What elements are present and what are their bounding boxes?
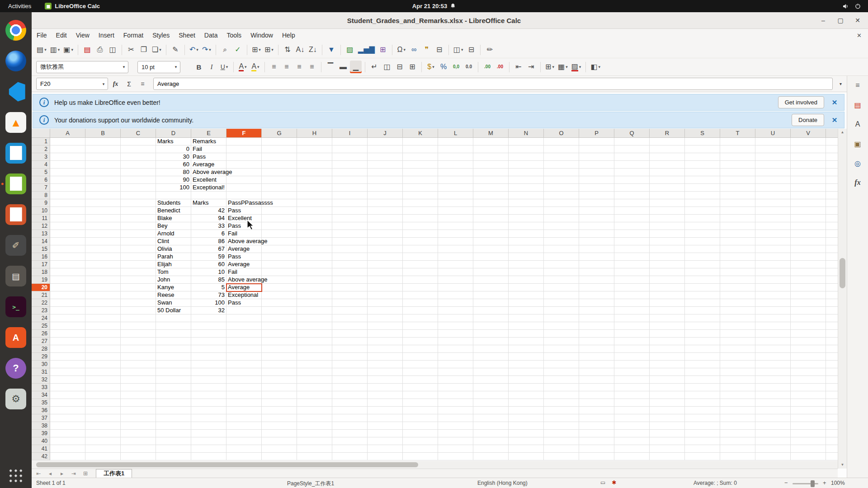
cell-M28[interactable] (473, 345, 509, 353)
cell-L39[interactable] (438, 430, 473, 437)
cell-R24[interactable] (650, 314, 685, 322)
menu-insert[interactable]: Insert (94, 30, 118, 40)
cell-K28[interactable] (403, 345, 438, 353)
cell-B1[interactable] (85, 138, 121, 145)
cell-A21[interactable] (50, 291, 85, 299)
cell-S39[interactable] (685, 430, 720, 437)
cell-I21[interactable] (332, 291, 368, 299)
cell-V25[interactable] (791, 322, 826, 330)
cell-S17[interactable] (685, 261, 720, 268)
cell-V39[interactable] (791, 430, 826, 437)
cell-M16[interactable] (473, 253, 509, 261)
row-header-28[interactable]: 28 (32, 345, 50, 353)
cell-L31[interactable] (438, 368, 473, 376)
cell-P16[interactable] (579, 253, 614, 261)
cell-C37[interactable] (121, 414, 156, 422)
cell-T3[interactable] (720, 153, 755, 161)
autofilter-icon[interactable]: ▼ (326, 43, 337, 56)
cell-T8[interactable] (720, 192, 755, 199)
cell-S3[interactable] (685, 153, 720, 161)
cell-T41[interactable] (720, 445, 755, 453)
cell-Q18[interactable] (614, 268, 650, 276)
insert-hyperlink-icon[interactable]: ∞ (408, 43, 420, 56)
cell-I26[interactable] (332, 330, 368, 338)
export-pdf-icon[interactable]: ▤ (81, 43, 93, 56)
cell-I35[interactable] (332, 399, 368, 407)
cell-N20[interactable] (509, 284, 544, 291)
cell-P22[interactable] (579, 299, 614, 307)
row-header-25[interactable]: 25 (32, 322, 50, 330)
cell-J15[interactable] (368, 245, 403, 253)
selection-mode-icon[interactable]: ▭ (600, 479, 605, 486)
cell-N34[interactable] (509, 391, 544, 399)
cell-N38[interactable] (509, 422, 544, 430)
cell-T5[interactable] (720, 169, 755, 176)
font-color-icon[interactable]: A▾ (237, 61, 249, 73)
row-header-5[interactable]: 5 (32, 169, 50, 176)
row-header-23[interactable]: 23 (32, 307, 50, 314)
cell-S9[interactable] (685, 199, 720, 207)
row-header-26[interactable]: 26 (32, 330, 50, 338)
sidebar-settings-icon[interactable]: ≡ (850, 79, 865, 92)
cell-J18[interactable] (368, 268, 403, 276)
cell-U2[interactable] (755, 145, 791, 153)
cell-C38[interactable] (121, 422, 156, 430)
cell-C11[interactable] (121, 215, 156, 222)
cell-C26[interactable] (121, 330, 156, 338)
cell-J22[interactable] (368, 299, 403, 307)
cell-E25[interactable] (191, 322, 226, 330)
cell-T29[interactable] (720, 353, 755, 361)
cell-J33[interactable] (368, 384, 403, 391)
cell-J10[interactable] (368, 207, 403, 215)
cell-A14[interactable] (50, 238, 85, 245)
chevron-down-icon[interactable]: ▾ (259, 47, 261, 52)
border-color-icon[interactable]: ▨▾ (570, 61, 583, 73)
cell-G10[interactable] (262, 207, 297, 215)
cell-E4[interactable]: Average (191, 161, 226, 169)
cell-M40[interactable] (473, 437, 509, 445)
cell-G26[interactable] (262, 330, 297, 338)
merge-cells-icon[interactable]: ⊟ (394, 61, 406, 73)
cell-I36[interactable] (332, 407, 368, 414)
cell-J4[interactable] (368, 161, 403, 169)
row-header-9[interactable]: 9 (32, 199, 50, 207)
language-label[interactable]: English (Hong Kong) (477, 480, 528, 486)
cell-S7[interactable] (685, 184, 720, 192)
cell-K8[interactable] (403, 192, 438, 199)
cell-L13[interactable] (438, 230, 473, 238)
cell-J42[interactable] (368, 453, 403, 460)
cell-S32[interactable] (685, 376, 720, 384)
cell-V29[interactable] (791, 353, 826, 361)
cell-T16[interactable] (720, 253, 755, 261)
column-header-K[interactable]: K (403, 129, 438, 138)
cell-L2[interactable] (438, 145, 473, 153)
cell-R21[interactable] (650, 291, 685, 299)
cell-O28[interactable] (544, 345, 579, 353)
cell-K39[interactable] (403, 430, 438, 437)
cell-L7[interactable] (438, 184, 473, 192)
cell-H32[interactable] (297, 376, 332, 384)
donate-button[interactable]: Donate (792, 114, 824, 126)
cell-F1[interactable] (226, 138, 262, 145)
cell-J26[interactable] (368, 330, 403, 338)
cell-P12[interactable] (579, 222, 614, 230)
cell-I40[interactable] (332, 437, 368, 445)
cell-M34[interactable] (473, 391, 509, 399)
cell-A23[interactable] (50, 307, 85, 314)
cell-D8[interactable] (156, 192, 191, 199)
justify-icon[interactable]: ≡ (306, 61, 318, 73)
cell-R27[interactable] (650, 338, 685, 345)
cell-O9[interactable] (544, 199, 579, 207)
cell-T10[interactable] (720, 207, 755, 215)
cell-U3[interactable] (755, 153, 791, 161)
cell-M35[interactable] (473, 399, 509, 407)
cell-B8[interactable] (85, 192, 121, 199)
cell-F16[interactable]: Pass (226, 253, 262, 261)
cell-F9[interactable]: PassPPassassss (226, 199, 262, 207)
cell-E28[interactable] (191, 345, 226, 353)
cell-C3[interactable] (121, 153, 156, 161)
cell-R4[interactable] (650, 161, 685, 169)
cell-Q22[interactable] (614, 299, 650, 307)
cell-V38[interactable] (791, 422, 826, 430)
cell-L33[interactable] (438, 384, 473, 391)
